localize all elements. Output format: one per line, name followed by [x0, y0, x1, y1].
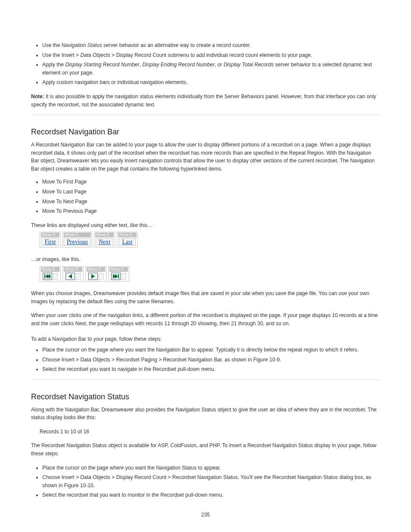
status-para-1: Along with the Navigation Bar, Dreamweav… [31, 406, 380, 422]
blank-box [121, 273, 126, 280]
navbar-lead: A Recordset Navigation Bar can be added … [31, 141, 380, 173]
blank-box [76, 273, 81, 280]
navbar-bullet: Move To Last Page [42, 188, 380, 196]
text-em: Display Total Records [224, 62, 274, 68]
procedure-step: Select the recordset you want to navigat… [42, 365, 380, 373]
navbar-bullet: Move To Previous Page [42, 207, 380, 215]
note-label: Note: [31, 93, 46, 100]
nav-cell-previous: Show If… Previous [62, 232, 92, 248]
text: server behavior as an alternative way to… [103, 42, 251, 48]
section-title-navbar: Recordset Navigation Bar [31, 126, 380, 138]
text-nav-row: Show If… First Show If… Previous Show If… [40, 232, 380, 248]
status-steps: Place the cursor on the page where you w… [31, 464, 380, 499]
last-icon[interactable] [111, 273, 121, 280]
text-em: Data Objects [80, 52, 110, 58]
text: , or [215, 62, 224, 68]
next-link[interactable]: Next [96, 238, 113, 246]
showif-label: Show If… [109, 267, 128, 272]
section-title-status: Recordset Navigation Status [31, 391, 380, 403]
first-icon[interactable] [43, 273, 52, 280]
intro-bullet-list: Use the Navigation Status server behavio… [31, 41, 380, 87]
blank-box [53, 273, 58, 280]
procedure-steps: Place the cursor on the page where you w… [31, 346, 380, 373]
page: Use the Navigation Status server behavio… [0, 0, 411, 532]
text-em: Navigation Status [62, 42, 103, 48]
divider [31, 380, 380, 380]
icon-wrap [111, 273, 126, 280]
nav-cell-first: Show If… First [40, 232, 61, 248]
first-link[interactable]: First [42, 238, 59, 246]
procedure-step: Place the cursor on the page where you w… [42, 346, 380, 354]
intro-bullet-4: Apply custom navigation bars or individu… [42, 78, 380, 87]
status-sample: Records 1 to 10 of 18 [40, 428, 380, 436]
procedure-step: Choose Insert > Data Objects > Recordset… [42, 356, 380, 364]
text: > Display Record Count submenu to add in… [110, 52, 312, 58]
last-link[interactable]: Last [119, 238, 135, 246]
caption-text-links: These links are displayed using either t… [31, 221, 380, 230]
svg-marker-3 [68, 274, 72, 279]
status-step: Choose Insert > Data Objects > Display R… [42, 473, 380, 489]
showif-label: Show If… [64, 233, 91, 237]
page-number: 235 [0, 511, 411, 519]
procedure-label: To add a Navigation Bar to your page, fo… [31, 335, 380, 343]
navbar-bullet: Move To Next Page [42, 198, 380, 206]
showif-label: Show If… [118, 233, 137, 237]
status-step: Place the cursor on the page where you w… [42, 464, 380, 472]
showif-label: Show If… [64, 267, 82, 272]
svg-rect-7 [118, 274, 119, 279]
note-paragraph: Note: It is also possible to apply the n… [31, 93, 380, 109]
image-nav-row: Show If… Show If… [40, 266, 380, 282]
status-step: Select the recordset that you want to mo… [42, 491, 380, 499]
icon-wrap [65, 273, 81, 280]
svg-rect-0 [44, 274, 45, 279]
nav-cell-last-img: Show If… [108, 266, 129, 282]
icon-wrap [88, 273, 103, 280]
icon-wrap [43, 273, 58, 280]
previous-icon[interactable] [65, 273, 75, 280]
intro-bullet-3: Apply the Display Starting Record Number… [42, 61, 380, 77]
note-text: It is also possible to apply the navigat… [31, 93, 376, 108]
nav-para-images: When you choose images, Dreamweaver prov… [31, 289, 380, 305]
text: Use the [42, 42, 62, 48]
next-icon[interactable] [88, 273, 98, 280]
svg-marker-6 [115, 274, 118, 279]
text: Apply the [42, 62, 65, 68]
text-em: Display Starting Record Number [65, 62, 139, 68]
divider [31, 115, 380, 115]
showif-label: Show If… [95, 233, 114, 237]
nav-cell-first-img: Show If… [40, 266, 61, 282]
nav-cell-next-img: Show If… [85, 266, 106, 282]
nav-para-usage: When your user clicks one of the navigat… [31, 311, 380, 327]
showif-label: Show If… [41, 267, 59, 272]
showif-label: Show If… [87, 267, 105, 272]
intro-bullet-1: Use the Navigation Status server behavio… [42, 41, 380, 50]
blank-box [99, 273, 103, 280]
text-em: Display Ending Record Number [142, 62, 215, 68]
text: Use the Insert > [42, 52, 80, 58]
showif-label: Show If… [41, 233, 59, 237]
previous-link[interactable]: Previous [64, 238, 91, 246]
intro-bullet-2: Use the Insert > Data Objects > Display … [42, 51, 380, 59]
nav-cell-last: Show If… Last [117, 232, 138, 248]
navbar-bullet: Move To First Page [42, 178, 380, 186]
nav-cell-next: Show If… Next [94, 232, 115, 248]
nav-cell-prev-img: Show If… [62, 266, 84, 282]
svg-marker-4 [91, 274, 95, 279]
navbar-bullets: Move To First Page Move To Last Page Mov… [31, 178, 380, 215]
caption-image-links: …or images, like this. [31, 255, 380, 264]
status-para-2: The Recordset Navigation Status object i… [31, 442, 380, 457]
